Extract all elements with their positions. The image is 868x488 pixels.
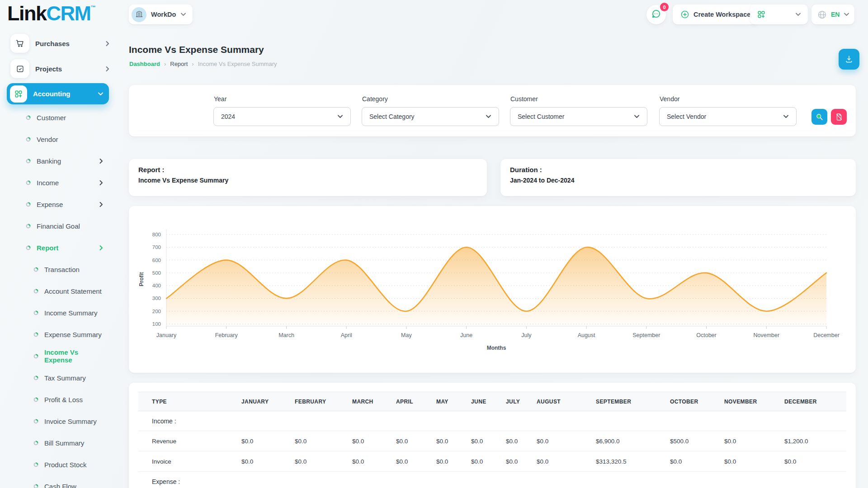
breadcrumb-separator: ›: [192, 61, 193, 67]
value-cell: $0.0: [506, 451, 537, 472]
clear-filter-button[interactable]: [831, 109, 847, 125]
sidebar: PurchasesProjectsAccountingCustomerVendo…: [0, 31, 117, 488]
value-cell: $0.0: [352, 431, 396, 451]
sidebar-item-projects[interactable]: Projects: [0, 56, 117, 81]
breadcrumb-report[interactable]: Report: [170, 61, 188, 67]
svg-text:July: July: [521, 332, 532, 338]
chevron-right-icon: [99, 180, 103, 186]
value-cell: $0.0: [784, 451, 846, 472]
column-header: JUNE: [471, 392, 506, 411]
value-cell: $6,900.0: [596, 431, 670, 451]
customer-select[interactable]: Select Customer: [510, 107, 647, 126]
column-header: SEPTEMBER: [596, 392, 670, 411]
svg-text:Profit: Profit: [138, 272, 145, 286]
sidebar-item-tax-summary[interactable]: Tax Summary: [0, 367, 117, 389]
bullet-icon: [26, 245, 31, 250]
value-cell: $0.0: [436, 451, 471, 472]
duration-card-title: Duration :: [510, 166, 846, 174]
language-selector[interactable]: EN: [811, 5, 854, 24]
report-card-value: Income Vs Expense Summary: [138, 177, 477, 184]
svg-text:February: February: [215, 332, 238, 338]
vendor-select[interactable]: Select Vendor: [659, 107, 797, 126]
bullet-icon: [33, 354, 38, 359]
income-expense-table: TYPEJANUARYFEBRUARYMARCHAPRILMAYJUNEJULY…: [138, 392, 846, 488]
bullet-icon: [26, 115, 31, 120]
language-code: EN: [831, 11, 840, 18]
sidebar-item-label: Profit & Loss: [44, 396, 83, 404]
value-cell: $0.0: [241, 451, 295, 472]
sidebar-item-banking[interactable]: Banking: [0, 150, 117, 172]
sidebar-item-cash-flow[interactable]: Cash Flow: [0, 475, 117, 488]
svg-text:300: 300: [152, 296, 161, 301]
sidebar-item-transaction[interactable]: Transaction: [0, 258, 117, 280]
bullet-icon: [26, 202, 31, 207]
chevron-right-icon: [99, 202, 103, 207]
sidebar-item-product-stock[interactable]: Product Stock: [0, 454, 117, 475]
apps-menu-button[interactable]: [750, 5, 808, 24]
svg-text:100: 100: [152, 321, 161, 327]
breadcrumb-current: Income Vs Expense Summary: [198, 61, 277, 67]
value-cell: $0.0: [396, 431, 436, 451]
page-title: Income Vs Expense Summary: [129, 44, 264, 55]
column-header: JANUARY: [241, 392, 295, 411]
sidebar-item-vendor[interactable]: Vendor: [0, 128, 117, 150]
workspace-switcher[interactable]: WorkDo: [129, 5, 193, 24]
chevron-down-icon: [844, 13, 849, 16]
chat-icon: [651, 9, 661, 21]
svg-text:September: September: [632, 332, 660, 338]
bullet-icon: [33, 462, 38, 467]
sidebar-item-customer[interactable]: Customer: [0, 107, 117, 128]
sidebar-item-label: Accounting: [33, 90, 71, 98]
logo-text-crm: CRM: [47, 2, 91, 25]
sidebar-item-profit-loss[interactable]: Profit & Loss: [0, 389, 117, 410]
sidebar-item-account-statement[interactable]: Account Statement: [0, 280, 117, 302]
category-select[interactable]: Select Category: [362, 107, 499, 126]
sidebar-item-report[interactable]: Report: [0, 237, 117, 258]
sidebar-item-label: Transaction: [44, 266, 80, 273]
svg-text:June: June: [460, 332, 472, 338]
app-logo[interactable]: LinkCRM™: [7, 2, 95, 25]
svg-text:August: August: [578, 332, 595, 338]
svg-text:March: March: [278, 332, 294, 338]
category-filter-label: Category: [362, 95, 388, 103]
profit-area-chart: 100200300400500600700800JanuaryFebruaryM…: [129, 206, 856, 373]
svg-text:October: October: [696, 332, 716, 338]
chevron-down-icon: [486, 115, 491, 118]
sidebar-item-invoice-summary[interactable]: Invoice Summary: [0, 410, 117, 432]
chevron-down-icon: [634, 115, 640, 118]
sidebar-item-label: Invoice Summary: [44, 418, 97, 425]
grid-plus-icon: [10, 85, 27, 103]
value-cell: $0.0: [724, 431, 784, 451]
messages-button[interactable]: 0: [646, 5, 666, 24]
sidebar-item-expense[interactable]: Expense: [0, 193, 117, 215]
value-cell: $0.0: [436, 431, 471, 451]
sidebar-item-purchases[interactable]: Purchases: [0, 31, 117, 56]
duration-card-value: Jan-2024 to Dec-2024: [510, 177, 846, 184]
year-select[interactable]: 2024: [213, 107, 351, 126]
sidebar-item-income-summary[interactable]: Income Summary: [0, 302, 117, 324]
svg-text:November: November: [753, 332, 779, 338]
grid-plus-icon: [757, 10, 766, 19]
sidebar-item-label: Income: [37, 179, 59, 187]
sidebar-item-label: Projects: [35, 65, 62, 73]
sidebar-item-bill-summary[interactable]: Bill Summary: [0, 432, 117, 454]
vendor-filter-label: Vendor: [660, 95, 679, 103]
download-button[interactable]: [839, 49, 859, 70]
sidebar-item-label: Vendor: [37, 136, 58, 143]
svg-text:400: 400: [152, 283, 161, 288]
value-cell: $0.0: [295, 451, 352, 472]
sidebar-item-income-vs-expense[interactable]: Income Vs Expense: [0, 345, 117, 367]
value-cell: $313,320.5: [596, 451, 670, 472]
sidebar-item-financial-goal[interactable]: Financial Goal: [0, 215, 117, 237]
sidebar-item-expense-summary[interactable]: Expense Summary: [0, 324, 117, 345]
value-cell: $0.0: [352, 451, 396, 472]
category-filter-field: Category Select Category: [362, 85, 499, 136]
sidebar-item-income[interactable]: Income: [0, 172, 117, 193]
sidebar-item-accounting[interactable]: Accounting: [7, 83, 109, 104]
customer-filter-label: Customer: [510, 95, 538, 103]
breadcrumb-dashboard[interactable]: Dashboard: [129, 61, 160, 67]
column-header: DECEMBER: [784, 392, 846, 411]
create-workspace-button[interactable]: Create Workspace: [673, 5, 758, 24]
search-button[interactable]: [811, 109, 827, 125]
chevron-right-icon: [106, 66, 109, 72]
